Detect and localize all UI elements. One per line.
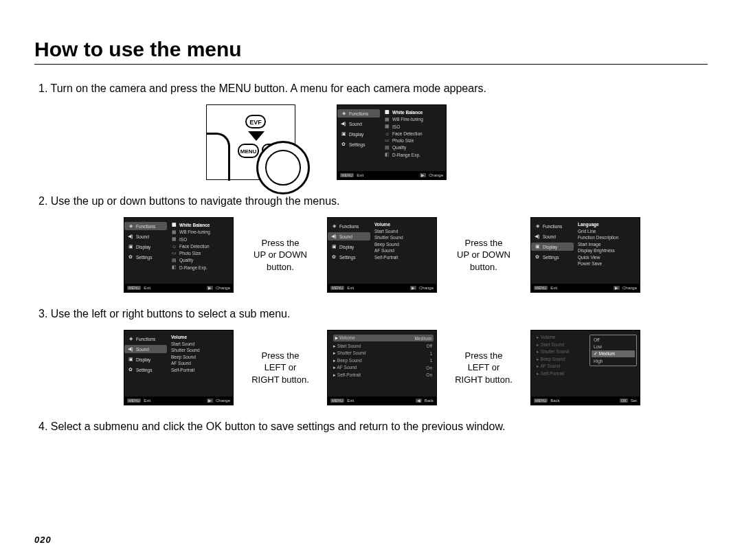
display-icon: ▣ [340,131,347,137]
submenu-item[interactable]: Shutter Sound [171,348,230,352]
menu-tab-settings[interactable]: ✿Settings [124,253,167,261]
submenu-item[interactable]: Language [578,222,637,227]
option-low[interactable]: Low [592,344,635,350]
submenu-row-af-sound[interactable]: ▸ AF SoundOn [333,365,434,370]
submenu-row-shutter-sound[interactable]: ▸ Shutter Sound1 [333,350,434,356]
submenu-item[interactable]: Shutter Sound [374,235,434,240]
menu-tab-display[interactable]: ▣Display [531,243,574,251]
menu-screen-sound-values: ▸ VolumeMedium ▸ Start SoundOff ▸ Shutte… [327,330,437,405]
step-4: 4. Select a submenu and click the OK but… [34,421,708,433]
submenu-item[interactable]: Start Image [578,242,637,247]
submenu-item[interactable]: ▦ISO [171,236,230,242]
menu-tab-functions[interactable]: ◈Functions [531,222,574,230]
submenu-item[interactable]: Beep Sound [374,242,434,247]
submenu-item[interactable]: Start Sound [171,341,230,346]
step-1: 1. Turn on the camera and press the MENU… [34,82,708,95]
menu-tab-settings[interactable]: ✿Settings [531,253,574,261]
press-leftright-label-2: Press the LEFT or RIGHT button. [451,350,517,386]
option-medium[interactable]: Medium [592,350,635,357]
press-updown-label-2: Press the UP or DOWN button. [451,237,517,273]
menu-screen-sound: ◈Functions ◀)Sound ▣Display ✿Settings Vo… [327,217,437,293]
dial-icon [256,141,310,194]
menu-screen-volume-options: ▸ Volume ▸ Start Sound ▸ Shutter Sound ▸… [530,330,640,405]
submenu-item[interactable]: ▦ISO [384,124,443,129]
submenu-item[interactable]: Power Save [578,261,637,266]
menu-tab-display[interactable]: ▣Display [337,130,380,138]
submenu-item[interactable]: Self-Portrait [171,368,230,372]
submenu-item[interactable]: ◧D-Range Exp. [171,265,230,270]
sound-icon: ◀) [340,121,347,126]
menu-tab-display[interactable]: ▣Display [124,355,167,363]
submenu-item[interactable]: Volume [374,222,434,227]
step-2: 2. Use the up or down buttons to navigat… [34,195,708,208]
step-3: 3. Use the left or right buttons to sele… [34,308,708,320]
menu-tab-display[interactable]: ▣Display [124,243,167,251]
submenu-item[interactable]: Beep Sound [171,355,230,359]
menu-tab-display[interactable]: ▣Display [328,243,370,251]
press-updown-label: Press the UP or DOWN button. [247,237,313,273]
menu-tab-settings[interactable]: ✿Settings [328,253,370,261]
submenu-row-volume[interactable]: ▸ VolumeMedium [333,335,434,341]
submenu-item[interactable]: ▦WB Fine-tuning [384,117,443,122]
submenu-item[interactable]: ☺Face Detection [171,244,230,249]
arrow-down-icon [248,131,265,141]
submenu-item[interactable]: ▦White Balance [384,109,443,115]
press-leftright-label: Press the LEFT or RIGHT button. [247,350,313,386]
menu-tab-settings[interactable]: ✿Settings [124,366,167,374]
title-rule [34,64,708,65]
menu-tab-sound[interactable]: ◀)Sound [337,120,380,128]
submenu-item[interactable]: ▤Quality [384,145,443,150]
menu-tab-sound[interactable]: ◀)Sound [124,345,167,353]
menu-tab-sound[interactable]: ◀)Sound [531,232,574,240]
footer-exit: Exit [357,173,363,177]
submenu-row-beep-sound[interactable]: ▸ Beep Sound1 [333,358,434,363]
menu-tab-settings[interactable]: ✿Settings [337,140,380,148]
menu-badge: MENU [340,173,354,177]
volume-options-box: Off Low Medium High [589,335,637,366]
submenu-row-self-portrait[interactable]: ▸ Self-PortraitOn [333,372,434,378]
footer-change: Change [429,173,443,177]
submenu-item[interactable]: ☺Face Detection [384,131,443,136]
submenu-item[interactable]: ▭Photo Size [384,137,443,143]
page-number: 020 [34,535,52,545]
menu-tab-sound[interactable]: ◀)Sound [124,232,167,240]
submenu-item[interactable]: ▦White Balance [171,222,230,227]
submenu-item[interactable]: Self-Portrait [374,255,434,260]
menu-screen-display: ◈Functions ◀)Sound ▣Display ✿Settings La… [530,217,640,293]
submenu-item[interactable]: ◧D-Range Exp. [384,152,443,157]
submenu-item[interactable]: Function Description [578,235,637,240]
submenu-item[interactable]: Volume [171,335,230,339]
menu-tab-sound[interactable]: ◀)Sound [328,232,370,240]
menu-tab-functions[interactable]: ◈Functions [328,222,370,230]
menu-screen-functions-2: ◈Functions ◀)Sound ▣Display ✿Settings ▦W… [124,217,234,293]
menu-tab-functions[interactable]: ◈Functions [124,222,167,230]
submenu-item[interactable]: Grid Line [578,229,637,234]
menu-screen-sound-2: ◈Functions ◀)Sound ▣Display ✿Settings Vo… [124,330,234,405]
submenu-item[interactable]: Quick View [578,255,637,260]
option-off[interactable]: Off [592,337,635,343]
arrow-right-icon: ▶ [420,173,426,177]
submenu-item[interactable]: Display Brightness [578,248,637,253]
submenu-item[interactable]: ▭Photo Size [171,250,230,256]
submenu-item[interactable]: AF Sound [171,361,230,366]
page-title: How to use the menu [34,38,708,61]
menu-screen-functions: ◈Functions ◀)Sound ▣Display ✿Settings ▦W… [337,104,447,180]
menu-tab-functions[interactable]: ◈Functions [124,335,167,343]
submenu-row-start-sound[interactable]: ▸ Start SoundOff [333,344,434,349]
submenu-item[interactable]: ▤Quality [171,258,230,263]
camera-illustration: EVF MENU DISP [206,104,295,180]
option-high[interactable]: High [592,358,635,364]
submenu-item[interactable]: Start Sound [374,229,434,234]
gear-icon: ✿ [340,142,347,147]
menu-tab-functions[interactable]: ◈Functions [337,109,380,117]
camera-menu-button: MENU [238,144,259,158]
camera-icon: ◈ [340,111,347,116]
submenu-item[interactable]: AF Sound [374,248,434,253]
submenu-item[interactable]: ▦WB Fine-tuning [171,229,230,235]
evf-button-label: EVF [245,115,266,128]
